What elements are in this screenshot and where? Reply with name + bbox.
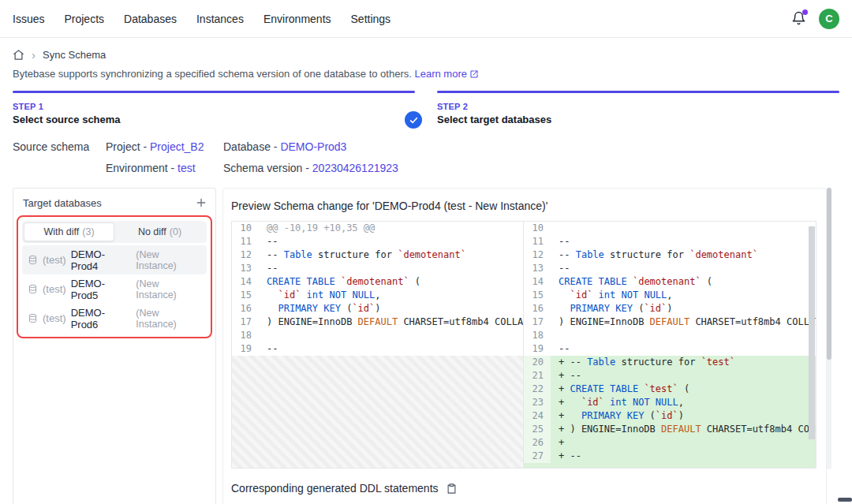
source-schema-section: Source schema Project - Project_B2 Envir… bbox=[13, 140, 839, 176]
diff-line: 12-- Table structure for `demotenant` bbox=[524, 248, 816, 262]
environment-link[interactable]: test bbox=[178, 162, 196, 174]
target-databases-title: Target databases bbox=[23, 197, 102, 209]
diff-line: 15 `id` int NOT NULL, bbox=[232, 289, 523, 302]
diff-line: 14CREATE TABLE `demotenant` ( bbox=[524, 275, 816, 289]
source-schema-label: Source schema bbox=[13, 140, 106, 176]
copy-ddl-button[interactable] bbox=[446, 483, 458, 495]
nav-item-issues[interactable]: Issues bbox=[13, 13, 44, 25]
nav-right: C bbox=[791, 9, 839, 29]
diff-line: 22+ CREATE TABLE `test` ( bbox=[524, 383, 816, 396]
diff-line: 15 `id` int NOT NULL, bbox=[524, 289, 816, 302]
database-suffix: (New Instance) bbox=[136, 249, 201, 271]
source-column-b: Database - DEMO-Prod3 Schema version - 2… bbox=[223, 140, 398, 176]
user-avatar[interactable]: C bbox=[819, 9, 839, 29]
nav-item-environments[interactable]: Environments bbox=[263, 13, 331, 25]
target-databases-panel: Target databases With diff (3) No diff (… bbox=[13, 188, 216, 504]
database-suffix: (New Instance) bbox=[136, 278, 201, 301]
chevron-right-icon: › bbox=[32, 49, 36, 61]
database-icon bbox=[28, 284, 38, 294]
step-complete-check-icon bbox=[405, 111, 422, 129]
diff-line: 16 PRIMARY KEY (`id`) bbox=[232, 302, 523, 315]
schema-version-field: Schema version - 20230426121923 bbox=[223, 161, 398, 176]
diff-line: 13-- bbox=[232, 262, 523, 275]
diff-line: 10 bbox=[524, 222, 816, 235]
diff-line: 26+ bbox=[524, 436, 816, 450]
database-env: (test) bbox=[43, 283, 66, 295]
diff-line: 14CREATE TABLE `demotenant` ( bbox=[232, 275, 523, 289]
diff-line: 18 bbox=[232, 329, 523, 342]
copy-icon bbox=[446, 483, 458, 495]
page-scrollbar-thumb[interactable] bbox=[827, 188, 831, 360]
nav-item-instances[interactable]: Instances bbox=[196, 13, 244, 25]
ddl-title: Corresponding generated DDL statements bbox=[231, 482, 439, 495]
nav-item-settings[interactable]: Settings bbox=[351, 13, 391, 25]
database-name: DEMO-Prod4 bbox=[71, 248, 132, 272]
schema-version-field-label: Schema version - bbox=[223, 162, 309, 174]
notification-dot bbox=[802, 9, 808, 15]
project-link[interactable]: Project_B2 bbox=[150, 140, 204, 153]
project-field-label: Project - bbox=[106, 140, 147, 153]
tab-with-diff-count: (3) bbox=[82, 226, 94, 237]
top-nav: Issues Projects Databases Instances Envi… bbox=[0, 0, 852, 38]
editor-scrollbar[interactable] bbox=[809, 226, 815, 439]
intro-text: Bytebase supports synchronizing a specif… bbox=[13, 68, 839, 80]
nav-item-databases[interactable]: Databases bbox=[124, 13, 177, 25]
diff-line: 19-- bbox=[524, 342, 816, 356]
add-target-database-button[interactable] bbox=[195, 196, 207, 209]
tab-no-diff-label: No diff bbox=[138, 226, 166, 237]
diff-editor[interactable]: 10@@ -10,19 +10,35 @@11--12-- Table stru… bbox=[231, 221, 816, 469]
diff-line: 24+ PRIMARY KEY (`id`) bbox=[524, 409, 816, 423]
database-field-label: Database - bbox=[223, 140, 277, 153]
stepper: STEP 1 Select source schema STEP 2 Selec… bbox=[13, 91, 839, 125]
tab-no-diff[interactable]: No diff (0) bbox=[114, 222, 205, 241]
diff-line: 16 PRIMARY KEY (`id`) bbox=[524, 302, 816, 315]
target-panel-header: Target databases bbox=[13, 189, 215, 212]
target-database-item[interactable]: (test) DEMO-Prod6 (New Instance) bbox=[22, 304, 207, 333]
tab-with-diff[interactable]: With diff (3) bbox=[24, 222, 114, 241]
learn-more-link[interactable]: Learn more bbox=[414, 68, 478, 80]
step-2: STEP 2 Select target databases bbox=[437, 91, 839, 125]
diff-pane-left: 10@@ -10,19 +10,35 @@11--12-- Table stru… bbox=[232, 222, 524, 468]
diff-pane-right: 1011--12-- Table structure for `demotena… bbox=[524, 222, 816, 468]
diff-line: 11-- bbox=[232, 235, 523, 248]
page-scrollbar[interactable] bbox=[827, 188, 831, 469]
step-2-title: Select target databases bbox=[437, 114, 839, 125]
tab-no-diff-count: (0) bbox=[170, 226, 181, 237]
notifications-button[interactable] bbox=[791, 11, 806, 26]
preview-title: Preview Schema change for 'DEMO-Prod4 (t… bbox=[231, 200, 826, 212]
diff-line: 25+ ) ENGINE=InnoDB DEFAULT CHARSET=utf8… bbox=[524, 423, 816, 436]
diff-filler bbox=[232, 356, 523, 468]
target-database-list: (test) DEMO-Prod4 (New Instance) (test) … bbox=[22, 245, 207, 333]
diff-filler bbox=[524, 463, 816, 468]
step-1: STEP 1 Select source schema bbox=[13, 91, 415, 125]
schema-version-link[interactable]: 20230426121923 bbox=[312, 162, 398, 174]
tab-with-diff-label: With diff bbox=[43, 226, 79, 237]
diff-line: 27+ -- bbox=[524, 450, 816, 463]
diff-line: 17) ENGINE=InnoDB DEFAULT CHARSET=utf8mb… bbox=[524, 315, 816, 329]
database-icon bbox=[28, 255, 38, 265]
intro-sentence: Bytebase supports synchronizing a specif… bbox=[13, 68, 412, 80]
diff-line: 11-- bbox=[524, 235, 816, 248]
learn-more-label: Learn more bbox=[414, 68, 466, 80]
target-database-item[interactable]: (test) DEMO-Prod4 (New Instance) bbox=[22, 245, 207, 274]
diff-line: 19-- bbox=[232, 342, 523, 356]
home-button[interactable] bbox=[13, 49, 24, 61]
database-suffix: (New Instance) bbox=[136, 308, 201, 330]
home-icon bbox=[13, 49, 24, 61]
target-database-item[interactable]: (test) DEMO-Prod5 (New Instance) bbox=[22, 274, 207, 304]
step-1-title: Select source schema bbox=[13, 114, 415, 125]
diff-line: 17) ENGINE=InnoDB DEFAULT CHARSET=utf8mb… bbox=[232, 315, 523, 329]
avatar-initial: C bbox=[825, 13, 832, 24]
database-env: (test) bbox=[43, 312, 66, 324]
environment-field-label: Environment - bbox=[106, 162, 174, 174]
environment-field: Environment - test bbox=[106, 161, 223, 176]
database-link[interactable]: DEMO-Prod3 bbox=[280, 140, 346, 153]
main-content: Target databases With diff (3) No diff (… bbox=[13, 188, 852, 504]
plus-icon bbox=[195, 196, 207, 209]
horizontal-scrollbar-thumb[interactable] bbox=[838, 498, 852, 502]
nav-item-projects[interactable]: Projects bbox=[64, 13, 104, 25]
diff-line: 23+ `id` int NOT NULL, bbox=[524, 396, 816, 409]
diff-line: 12-- Table structure for `demotenant` bbox=[232, 248, 523, 262]
highlight-outline: With diff (3) No diff (0) bbox=[17, 215, 212, 338]
breadcrumb-current: Sync Schema bbox=[43, 49, 106, 61]
